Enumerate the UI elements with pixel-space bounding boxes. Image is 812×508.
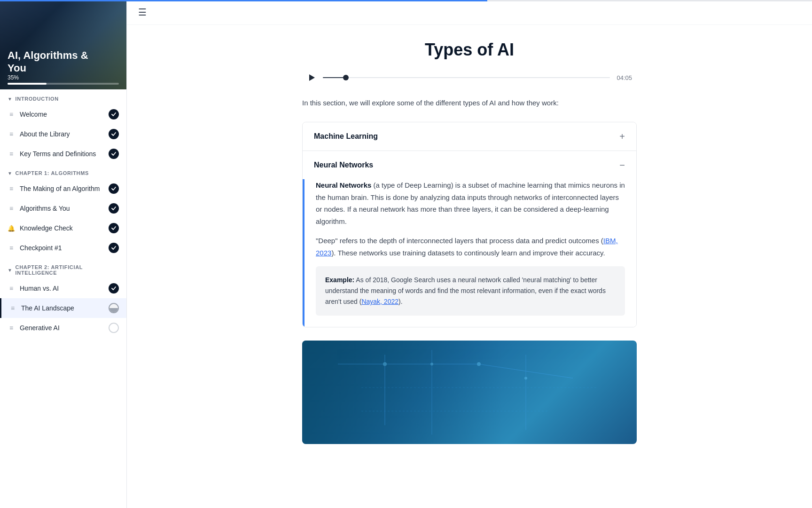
chevron-down-icon: ▼ <box>8 268 13 273</box>
sidebar-course-title: AI, Algorithms & You <box>8 49 88 74</box>
sidebar-item-checkpoint1[interactable]: ≡ Checkpoint #1 <box>0 238 126 258</box>
audio-time: 04:05 <box>617 74 632 81</box>
chevron-down-icon: ▼ <box>8 96 13 102</box>
neural-networks-para-1: Neural Networks (a type of Deep Learning… <box>316 179 625 227</box>
check-icon <box>109 243 119 253</box>
accordion: Machine Learning + Neural Networks − Neu… <box>302 122 637 327</box>
check-icon <box>109 223 119 233</box>
sidebar-progress-label: 35% <box>8 74 119 81</box>
svg-point-8 <box>477 362 481 366</box>
sidebar-item-human-vs-ai[interactable]: ≡ Human vs. AI <box>0 278 126 298</box>
play-button[interactable] <box>307 73 316 82</box>
audio-progress-track[interactable] <box>323 77 610 78</box>
bell-icon: 🔔 <box>8 225 15 232</box>
expand-icon: + <box>619 132 625 141</box>
accordion-item-neural-networks: Neural Networks − Neural Networks (a typ… <box>303 151 636 327</box>
sidebar-item-ai-landscape[interactable]: ≡ The AI Landscape <box>0 298 126 318</box>
audio-progress-container[interactable] <box>323 77 610 78</box>
audio-progress-thumb[interactable] <box>343 75 349 80</box>
audio-progress-fill <box>323 77 346 78</box>
sidebar-item-about-library[interactable]: ≡ About the Library <box>0 124 126 144</box>
accordion-header-machine-learning[interactable]: Machine Learning + <box>303 122 636 151</box>
neural-networks-bold-term: Neural Networks <box>316 181 371 189</box>
menu-icon: ≡ <box>8 130 15 138</box>
collapse-icon: − <box>619 160 625 170</box>
intro-text: In this section, we will explore some of… <box>302 97 637 109</box>
svg-point-9 <box>524 377 527 380</box>
sidebar-item-algorithms-you[interactable]: ≡ Algorithms & You <box>0 198 126 218</box>
menu-icon: ≡ <box>8 205 15 212</box>
menu-icon: ≡ <box>8 324 15 332</box>
sidebar-section-chapter2[interactable]: ▼ CHAPTER 2: ARTIFICIAL INTELLIGENCE <box>0 258 126 278</box>
sidebar-progress-bar-fill <box>8 83 47 85</box>
chevron-down-icon: ▼ <box>8 171 13 176</box>
top-progress-fill <box>127 0 487 1</box>
accordion-header-neural-networks[interactable]: Neural Networks − <box>303 151 636 179</box>
sidebar-item-generative-ai[interactable]: ≡ Generative AI <box>0 318 126 338</box>
accordion-title-machine-learning: Machine Learning <box>314 132 378 141</box>
hamburger-icon[interactable]: ☰ <box>138 7 147 18</box>
svg-marker-0 <box>309 74 315 81</box>
menu-icon: ≡ <box>9 304 16 312</box>
sidebar-hero: AI, Algorithms & You 35% <box>0 0 126 89</box>
svg-point-7 <box>430 363 433 365</box>
accordion-body-neural-networks: Neural Networks (a type of Deep Learning… <box>303 179 636 327</box>
sidebar-progress-bar-bg <box>8 83 119 85</box>
main-content-area: ☰ Types of AI 04:05 In this section, we … <box>127 0 812 508</box>
example-text: Example: As of 2018, Google Search uses … <box>325 275 616 307</box>
content-image <box>302 341 637 444</box>
sidebar-section-introduction[interactable]: ▼ INTRODUCTION <box>0 89 126 104</box>
menu-icon: ≡ <box>8 244 15 252</box>
empty-check-icon <box>109 323 119 333</box>
check-icon <box>109 183 119 194</box>
nayak-citation-link[interactable]: Nayak, 2022 <box>361 298 398 305</box>
ibm-citation-link[interactable]: IBM, 2023 <box>316 237 618 257</box>
check-icon <box>109 129 119 139</box>
sidebar-progress: 35% <box>8 74 119 85</box>
check-icon <box>109 283 119 294</box>
top-progress-bar <box>127 0 812 1</box>
example-label: Example: <box>325 276 354 284</box>
sidebar: AI, Algorithms & You 35% ▼ INTRODUCTION … <box>0 0 127 508</box>
check-icon <box>109 109 119 119</box>
check-icon <box>109 149 119 159</box>
sidebar-item-welcome[interactable]: ≡ Welcome <box>0 104 126 124</box>
example-box: Example: As of 2018, Google Search uses … <box>316 266 625 316</box>
sidebar-item-knowledge-check[interactable]: 🔔 Knowledge Check <box>0 218 126 238</box>
topbar: ☰ <box>127 0 812 25</box>
sidebar-item-making-algorithm[interactable]: ≡ The Making of an Algorithm <box>0 179 126 198</box>
content-body: Types of AI 04:05 In this section, we wi… <box>291 25 648 472</box>
menu-icon: ≡ <box>8 111 15 118</box>
neural-networks-para-2: "Deep" refers to the depth of interconne… <box>316 235 625 259</box>
accordion-item-machine-learning: Machine Learning + <box>303 122 636 151</box>
sidebar-section-chapter1[interactable]: ▼ CHAPTER 1: ALGORITHMS <box>0 164 126 179</box>
svg-point-6 <box>383 362 387 366</box>
menu-icon: ≡ <box>8 150 15 158</box>
menu-icon: ≡ <box>8 285 15 292</box>
menu-icon: ≡ <box>8 185 15 192</box>
check-icon <box>109 203 119 214</box>
sidebar-item-key-terms[interactable]: ≡ Key Terms and Definitions <box>0 144 126 164</box>
accordion-title-neural-networks: Neural Networks <box>314 161 373 169</box>
page-title: Types of AI <box>302 40 637 60</box>
audio-player[interactable]: 04:05 <box>302 73 637 82</box>
partial-check-icon <box>109 303 119 313</box>
